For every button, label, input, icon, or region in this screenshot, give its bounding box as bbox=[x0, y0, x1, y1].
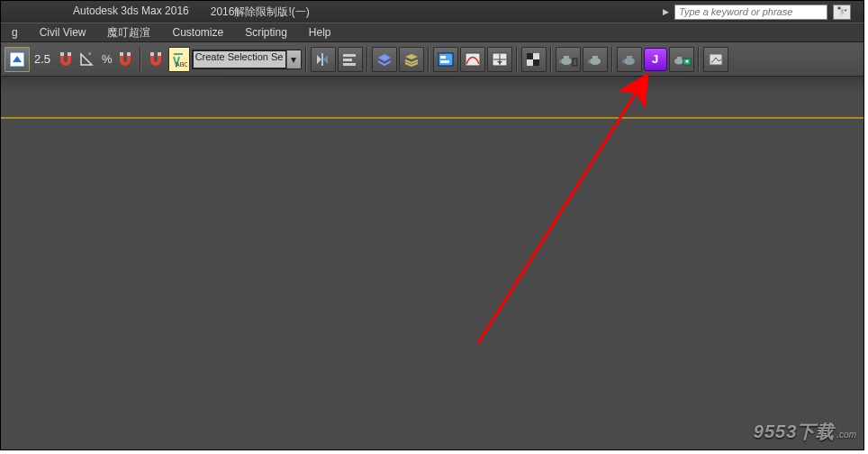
search-input[interactable] bbox=[674, 5, 827, 20]
svg-rect-13 bbox=[440, 56, 446, 59]
letter-j-icon: J bbox=[652, 52, 658, 66]
align-icon bbox=[341, 51, 359, 68]
home-button[interactable] bbox=[5, 47, 30, 72]
watermark: 9553下载.com bbox=[754, 420, 856, 444]
render-production-button[interactable] bbox=[617, 47, 642, 72]
svg-rect-11 bbox=[343, 63, 356, 66]
magnet-icon bbox=[147, 50, 165, 68]
teapot-photo-icon bbox=[672, 51, 692, 68]
align-button[interactable] bbox=[338, 47, 363, 72]
angle-icon: ° bbox=[79, 50, 99, 68]
render-iteration-button[interactable] bbox=[669, 47, 694, 72]
svg-text:°: ° bbox=[88, 51, 92, 60]
menu-item-customize[interactable]: Customize bbox=[161, 23, 234, 42]
svg-rect-19 bbox=[527, 59, 533, 66]
menu-item-moding[interactable]: 魔叮超渲 bbox=[96, 23, 161, 42]
viewport-divider bbox=[1, 117, 863, 119]
material-icon bbox=[525, 51, 543, 68]
scene-explorer-button[interactable] bbox=[433, 47, 458, 72]
svg-rect-25 bbox=[592, 56, 598, 59]
svg-rect-7 bbox=[158, 52, 161, 56]
teapot-icon bbox=[619, 51, 639, 68]
svg-point-21 bbox=[561, 58, 572, 65]
snap-magnet-3[interactable] bbox=[145, 47, 167, 72]
chevron-down-icon[interactable]: ▾ bbox=[286, 50, 301, 68]
svg-rect-27 bbox=[627, 56, 632, 59]
link-icon bbox=[707, 51, 725, 68]
svg-rect-20 bbox=[533, 59, 539, 66]
svg-rect-29 bbox=[677, 57, 682, 59]
percent-label: % bbox=[102, 52, 113, 66]
curve-editor-button[interactable] bbox=[460, 47, 485, 72]
svg-rect-10 bbox=[343, 59, 352, 61]
teapot-settings-icon bbox=[558, 51, 578, 68]
search-caret-icon[interactable]: ▶ bbox=[663, 7, 669, 16]
svg-rect-23 bbox=[573, 59, 577, 66]
svg-text:ABC: ABC bbox=[176, 61, 187, 68]
binoculars-icon: 🔭 bbox=[836, 6, 847, 16]
svg-rect-12 bbox=[439, 53, 453, 66]
svg-rect-5 bbox=[127, 52, 131, 56]
magnet-icon bbox=[116, 50, 134, 68]
menu-item-help[interactable]: Help bbox=[298, 23, 342, 42]
svg-rect-1 bbox=[60, 52, 64, 56]
edit-icon: ABC bbox=[171, 51, 187, 68]
layers-icon bbox=[375, 51, 393, 68]
svg-rect-14 bbox=[440, 60, 449, 63]
svg-point-31 bbox=[685, 59, 688, 62]
plugin-j-button[interactable]: J bbox=[644, 48, 667, 71]
schematic-view-button[interactable] bbox=[487, 47, 512, 72]
teapot-frame-icon bbox=[585, 51, 605, 68]
material-editor-button[interactable] bbox=[521, 47, 547, 72]
svg-rect-9 bbox=[343, 54, 356, 57]
snap-magnet-2[interactable] bbox=[114, 47, 136, 72]
svg-rect-2 bbox=[68, 52, 71, 56]
svg-point-26 bbox=[624, 58, 635, 65]
menu-item-scripting[interactable]: Scripting bbox=[234, 23, 298, 42]
curve-icon bbox=[464, 51, 482, 68]
svg-rect-32 bbox=[710, 54, 722, 65]
document-title: 2016解除限制版!(一) bbox=[211, 5, 310, 20]
svg-rect-18 bbox=[533, 53, 539, 59]
svg-rect-15 bbox=[466, 53, 480, 66]
render-setup-button[interactable] bbox=[556, 47, 581, 72]
app-title: Autodesk 3ds Max 2016 bbox=[73, 5, 189, 20]
layer-toggle-button[interactable] bbox=[399, 47, 424, 72]
svg-point-24 bbox=[590, 58, 601, 65]
menubar: g Civil View 魔叮超渲 Customize Scripting He… bbox=[1, 23, 863, 42]
angle-snap[interactable]: ° bbox=[78, 47, 100, 72]
home-icon bbox=[9, 51, 25, 68]
autodesk-link-button[interactable] bbox=[703, 47, 728, 72]
mirror-button[interactable] bbox=[311, 47, 336, 72]
schematic-icon bbox=[491, 51, 509, 68]
viewport-shadow bbox=[1, 77, 863, 93]
magnet-icon bbox=[57, 50, 75, 68]
mirror-icon bbox=[314, 51, 332, 68]
svg-rect-6 bbox=[150, 52, 154, 56]
snap-magnet-1[interactable] bbox=[55, 47, 77, 72]
viewport[interactable] bbox=[1, 77, 863, 449]
svg-rect-4 bbox=[120, 52, 123, 56]
titlebar: Autodesk 3ds Max 2016 2016解除限制版!(一) ▶ 🔭 bbox=[1, 1, 863, 23]
menu-item-civil-view[interactable]: Civil View bbox=[29, 23, 97, 42]
selection-set-value: Create Selection Se bbox=[193, 50, 286, 68]
layer-manager-button[interactable] bbox=[372, 47, 397, 72]
snap-value: 2.5 bbox=[32, 52, 53, 66]
selection-set-combo[interactable]: Create Selection Se ▾ bbox=[192, 50, 302, 69]
rendered-frame-button[interactable] bbox=[583, 47, 608, 72]
layers-alt-icon bbox=[402, 51, 420, 68]
menu-item-0[interactable]: g bbox=[1, 23, 29, 42]
svg-rect-22 bbox=[564, 56, 569, 59]
svg-rect-17 bbox=[527, 53, 533, 59]
search-button[interactable]: 🔭 bbox=[833, 5, 851, 20]
main-toolbar: 2.5 ° % ABC Create Selection Se ▾ bbox=[1, 42, 863, 77]
edit-named-selection[interactable]: ABC bbox=[168, 47, 190, 72]
explorer-icon bbox=[437, 51, 455, 68]
